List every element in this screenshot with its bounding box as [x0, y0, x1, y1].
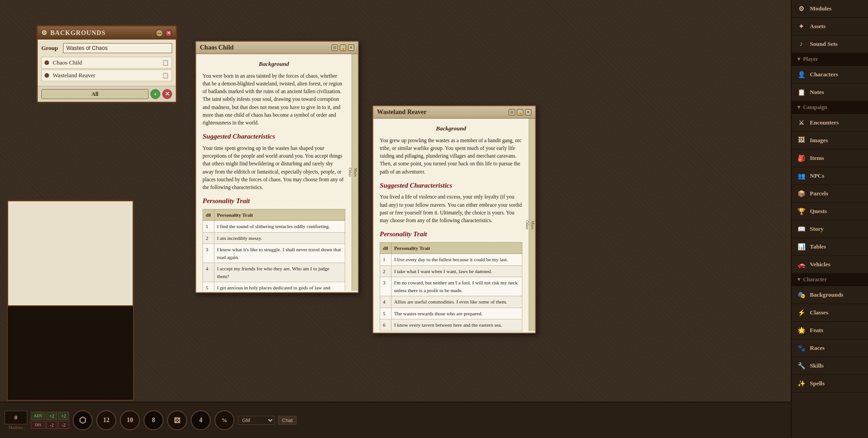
characters-icon: 👤 — [796, 70, 806, 80]
sidebar-item-npcs[interactable]: 👥NPCs — [792, 167, 868, 185]
chat-role-select[interactable]: GM — [238, 416, 274, 425]
sidebar-item-spells[interactable]: ✨Spells — [792, 375, 868, 393]
modifier-label: Modifier — [9, 425, 23, 430]
table-cell-d: 4 — [203, 263, 214, 282]
sidebar-label-items: Items — [810, 154, 824, 162]
sidebar-item-sound-sets[interactable]: ♪Sound Sets — [792, 35, 868, 53]
table-cell-d: 4 — [380, 296, 392, 308]
sidebar-item-skills[interactable]: 🔧Skills — [792, 357, 868, 375]
minimize-button[interactable]: — — [156, 30, 163, 37]
doc-minimize-btn[interactable]: ⊟ — [332, 45, 338, 51]
quests-icon: 🏆 — [796, 206, 806, 216]
sidebar-label-races: Races — [810, 344, 825, 352]
adv-dis-box: ADV +2 +2 DIS -2 -2 — [31, 412, 69, 429]
sidebar-item-assets[interactable]: ✦Assets — [792, 18, 868, 35]
table-cell-d: 3 — [203, 244, 214, 263]
table-row: 2I take what I want when I want, laws be… — [380, 265, 522, 277]
sidebar-item-feats[interactable]: 🌟Feats — [792, 322, 868, 339]
sidebar-label-feats: Feats — [810, 327, 823, 334]
table-row: 4Allies are useful commodities. I even l… — [380, 296, 522, 308]
table-row: 7I am always looking over my... — [380, 331, 522, 331]
list-item-chaos-child[interactable]: Chaos Child 📋 — [41, 57, 172, 69]
wtab-main[interactable]: Main — [531, 221, 535, 229]
sidebar-section-header: ▼ Campaign — [792, 101, 868, 114]
wasteland-personality-table: d8 Personality Trait 1I live every day t… — [380, 242, 522, 331]
dice-d10[interactable]: 10 — [120, 410, 140, 430]
list-item-dot — [45, 60, 49, 65]
wcol-d8: d8 — [380, 242, 392, 254]
table-cell-trait: The wastes rewards those who are prepare… — [391, 308, 522, 319]
tab-other[interactable]: Other — [348, 168, 352, 177]
parcels-icon: 📦 — [796, 189, 806, 199]
doc-description: You were born in an area tainted by the … — [203, 72, 345, 127]
table-cell-d: 1 — [380, 254, 392, 266]
sidebar-item-modules[interactable]: ⚙Modules — [792, 0, 868, 18]
list-item-icon: 📋 — [162, 60, 169, 66]
modifier-box: 0 Modifier — [5, 411, 27, 430]
doc-lock-btn-w[interactable]: 🔒 — [517, 109, 523, 115]
list-item-wasteland-reaver[interactable]: Wasteland Reaver 📋 — [41, 70, 172, 81]
sidebar-section-header: ▼ Player — [792, 53, 868, 66]
close-button[interactable]: ✕ — [165, 30, 172, 37]
sidebar-item-parcels[interactable]: 📦Parcels — [792, 185, 868, 203]
doc-minimize-btn-w[interactable]: ⊟ — [509, 109, 515, 115]
table-cell-trait: I take what I want when I want, laws be … — [391, 265, 522, 277]
group-select[interactable]: Wastes of Chaos — [63, 43, 172, 53]
panel-footer: All + ✕ — [38, 86, 176, 102]
sidebar-item-story[interactable]: 📖Story — [792, 220, 868, 238]
backgrounds-icon: ⚙ — [41, 29, 48, 37]
group-label: Group — [41, 45, 60, 52]
table-cell-trait: I find the sound of slithering tentacles… — [214, 221, 345, 233]
doc-tabs[interactable]: Main Other — [352, 54, 358, 291]
sidebar-item-races[interactable]: 🐾Races — [792, 339, 868, 357]
wtab-other[interactable]: Other — [525, 220, 530, 230]
feats-icon: 🌟 — [796, 325, 806, 335]
sidebar-item-images[interactable]: 🖼Images — [792, 132, 868, 149]
sidebar-label-backgrounds: Backgrounds — [810, 291, 843, 299]
panel-title: ⚙ BACKGROUNDS — [41, 29, 105, 37]
table-cell-trait: I accept my friends for who they are. Wh… — [214, 263, 345, 282]
dice-percent[interactable]: % — [214, 410, 234, 430]
preview-box — [7, 200, 134, 318]
dice-d4[interactable]: 4 — [191, 410, 211, 430]
dice-d6[interactable]: ⚄ — [167, 410, 187, 430]
chat-button[interactable]: Chat — [278, 416, 297, 425]
backgrounds-icon: 🎭 — [796, 290, 806, 300]
tab-main[interactable]: Main — [353, 168, 358, 177]
wasteland-tabs[interactable]: Main Other — [529, 119, 535, 331]
delete-button[interactable]: ✕ — [162, 89, 172, 99]
table-row: 2I am incredibly messy. — [203, 232, 345, 244]
sidebar-item-notes[interactable]: 📋Notes — [792, 84, 868, 101]
table-cell-trait: I am incredibly messy. — [214, 232, 345, 244]
doc-lock-btn[interactable]: 🔒 — [340, 45, 346, 51]
wasteland-suggested-heading: Suggested Characteristics — [380, 180, 522, 191]
sidebar-item-vehicles[interactable]: 🚗Vehicles — [792, 256, 868, 274]
all-button[interactable]: All — [41, 89, 149, 99]
wcol-trait: Personality Trait — [391, 242, 522, 254]
sidebar-item-quests[interactable]: 🏆Quests — [792, 203, 868, 220]
dice-d8[interactable]: 8 — [144, 410, 164, 430]
sidebar-item-items[interactable]: 🎒Items — [792, 149, 868, 167]
dice-d12[interactable]: 12 — [96, 410, 116, 430]
dis-minus: -2 — [46, 421, 57, 429]
list-item-icon: 📋 — [162, 72, 169, 79]
doc-controls: ⊟ 🔒 ✕ — [332, 45, 354, 51]
wasteland-title: Wasteland Reaver — [377, 109, 427, 116]
sidebar-item-characters[interactable]: 👤Characters — [792, 66, 868, 84]
dice-d20[interactable]: ⬡ — [73, 410, 93, 430]
sidebar-item-backgrounds[interactable]: 🎭Backgrounds — [792, 286, 868, 304]
personality-trait-heading: Personality Trait — [203, 196, 345, 206]
doc-close-btn[interactable]: ✕ — [348, 45, 354, 51]
personality-table: d8 Personality Trait 1I find the sound o… — [203, 209, 345, 291]
table-cell-trait: I know every tavern between here and the… — [391, 319, 522, 331]
sidebar-label-classes: Classes — [810, 309, 828, 316]
add-button[interactable]: + — [150, 89, 160, 99]
adv-extra: +2 — [58, 412, 69, 420]
table-cell-trait: Allies are useful commodities. I even li… — [391, 296, 522, 308]
sidebar-label-tables: Tables — [810, 243, 826, 250]
table-cell-d: 5 — [203, 282, 214, 291]
sidebar-item-tables[interactable]: 📊Tables — [792, 238, 868, 256]
sidebar-item-classes[interactable]: ⚡Classes — [792, 304, 868, 322]
doc-close-btn-w[interactable]: ✕ — [525, 109, 531, 115]
sidebar-item-encounters[interactable]: ⚔Encounters — [792, 114, 868, 132]
